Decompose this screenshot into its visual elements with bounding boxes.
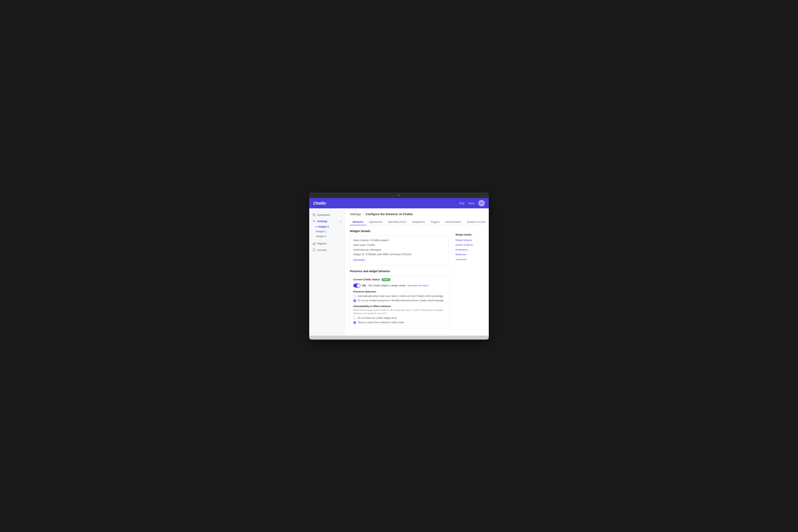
tab-behavior[interactable]: Behavior	[350, 219, 366, 225]
toggle-row: ON: The Chatlio widget is always shown w…	[353, 284, 445, 287]
settings-chevron-icon: ▲	[340, 220, 342, 222]
chatlio-toggle[interactable]	[353, 284, 360, 287]
settings-icon	[312, 220, 316, 223]
svg-rect-7	[315, 242, 315, 245]
tab-appearance[interactable]: Appearance	[366, 219, 385, 225]
tab-question-groups[interactable]: Question Groups	[464, 219, 488, 225]
settings-tabs: Behavior Appearance Operating Hours Inte…	[350, 219, 484, 225]
slack-channel: Slack channel: #Chatlio-support	[353, 238, 445, 243]
offline-desc: What should happen when Chatlio is off o…	[353, 308, 445, 315]
breadcrumb-separator: >	[362, 212, 364, 215]
main-layout: Dashboard Settings ▲ #widget-1	[309, 208, 489, 336]
sidebar-item-dashboard[interactable]: Dashboard	[309, 212, 345, 218]
detection-title: Presence detection	[353, 290, 445, 293]
what-does-mean-link[interactable]: what does this mean?	[407, 284, 429, 287]
toggle-knob	[357, 284, 360, 287]
svg-rect-2	[313, 215, 314, 216]
breadcrumb: Settings > Configure the behavior of Cha…	[350, 212, 484, 216]
online-badge: Online	[382, 278, 390, 281]
tab-widget-install[interactable]: Widget Install	[488, 219, 489, 225]
sidebar-item-account[interactable]: Account	[309, 247, 345, 253]
sidebar-item-account-label: Account	[317, 248, 327, 251]
active-dot	[316, 226, 317, 227]
docs-link[interactable]: Docs	[468, 202, 475, 205]
faq-link[interactable]: FAQ	[459, 202, 464, 205]
offline-contact-form-radio[interactable]	[353, 321, 356, 324]
toggle-label: ON:	[362, 284, 367, 287]
right-nav-timezones[interactable]: Timezones	[456, 258, 481, 261]
sidebar-sub-widget-2[interactable]: #widget-2	[316, 229, 345, 234]
status-header: Current Chatlio Status Online	[353, 278, 445, 281]
right-nav-webhooks[interactable]: Webhooks	[456, 253, 481, 256]
sidebar-sub-widgets: #widget-1 #widget-2 #widget-3	[309, 224, 345, 239]
svg-rect-3	[314, 215, 315, 216]
widget-details-box: Slack channel: #Chatlio-support Slack te…	[350, 235, 449, 266]
offline-title: Unavailability & offline behavior	[353, 305, 445, 308]
screen-bottom-bar	[309, 336, 489, 340]
edit-details-link[interactable]: Edit details	[353, 258, 365, 262]
sidebar-item-reports-label: Reports	[317, 242, 327, 245]
svg-rect-8	[313, 249, 315, 251]
detection-auto-label: Automatically detect when your team is o…	[358, 295, 443, 298]
offline-no-show-radio[interactable]	[353, 317, 356, 320]
status-box: Current Chatlio Status Online ON: The Ch…	[350, 275, 449, 328]
sidebar-item-dashboard-label: Dashboard	[317, 213, 330, 216]
content-body: Widget Details Slack channel: #Chatlio-s…	[350, 229, 484, 331]
sidebar: Dashboard Settings ▲ #widget-1	[309, 208, 345, 336]
offline-contact-form-label: Show a contact form asking for visitor e…	[358, 321, 404, 324]
sidebar-sub-widget-1[interactable]: #widget-1	[316, 224, 345, 229]
svg-rect-5	[313, 244, 313, 245]
authorized-by: Authorized by: billiexgray	[353, 248, 445, 252]
tab-integrations[interactable]: Integrations	[409, 219, 428, 225]
app-container: Chatlio FAQ Docs BG Dashboard	[309, 198, 489, 336]
widget-details-title: Widget Details	[350, 229, 449, 233]
tab-operating-hours[interactable]: Operating Hours	[385, 219, 409, 225]
tab-triggers[interactable]: Triggers	[428, 219, 442, 225]
sidebar-sub-widget-3[interactable]: #widget-3	[316, 234, 345, 239]
detection-manual-row: Do not try to detect presence in #chatli…	[353, 299, 445, 302]
screen-top-bar	[309, 192, 489, 198]
presence-title: Presence and widget behavior	[350, 270, 449, 273]
sidebar-item-settings-label: Settings	[317, 220, 327, 223]
svg-rect-6	[314, 243, 314, 245]
detection-auto-row: Automatically detect when your team is o…	[353, 295, 445, 298]
reports-icon	[312, 242, 316, 245]
status-label: Current Chatlio Status	[353, 278, 380, 281]
app-header: Chatlio FAQ Docs BG	[309, 198, 489, 208]
right-nav-title: Widget details	[456, 233, 481, 236]
sidebar-item-settings[interactable]: Settings ▲	[309, 218, 345, 224]
right-nav-notifications[interactable]: Notifications	[456, 248, 481, 251]
svg-rect-1	[314, 213, 315, 214]
offline-contact-form-row: Show a contact form asking for visitor e…	[353, 321, 445, 324]
offline-section: Unavailability & offline behavior What s…	[353, 305, 445, 324]
tab-saved-replies[interactable]: Saved Replies	[442, 219, 464, 225]
detection-auto-radio[interactable]	[353, 295, 356, 298]
breadcrumb-current: Configure the behavior of Chatlio	[366, 212, 413, 216]
sidebar-item-reports[interactable]: Reports	[309, 240, 345, 247]
header-right: FAQ Docs BG	[459, 200, 485, 206]
breadcrumb-parent: Settings	[350, 212, 361, 216]
svg-rect-0	[313, 213, 314, 214]
right-sidebar: Widget details Widget behavior Avatars &…	[452, 229, 484, 331]
detection-manual-radio[interactable]	[353, 299, 356, 302]
app-logo: Chatlio	[313, 201, 326, 206]
content-main: Widget Details Slack channel: #Chatlio-s…	[350, 229, 449, 331]
svg-point-4	[314, 221, 315, 222]
right-nav-avatars-agents[interactable]: Avatars & Agents	[456, 243, 481, 246]
offline-no-show-row: Do not show the Chatlio widget at all	[353, 317, 445, 320]
slack-team: Slack team: Chatlio	[353, 243, 445, 248]
dashboard-icon	[312, 213, 316, 216]
offline-no-show-label: Do not show the Chatlio widget at all	[358, 317, 396, 320]
presence-section: Presence and widget behavior Current Cha…	[350, 270, 449, 328]
main-content: Settings > Configure the behavior of Cha…	[345, 208, 489, 336]
camera-dot	[398, 194, 400, 196]
detection-manual-label: Do not try to detect presence in #chatli…	[358, 299, 444, 302]
widget-id: Widget ID: 576f600b-18ef-4988-7a79-0aec7…	[353, 252, 445, 257]
account-icon	[312, 248, 316, 251]
user-avatar[interactable]: BG	[478, 200, 485, 206]
toggle-text: The Chatlio widget is always shown	[368, 284, 406, 287]
right-nav-widget-behavior[interactable]: Widget behavior	[456, 239, 481, 242]
